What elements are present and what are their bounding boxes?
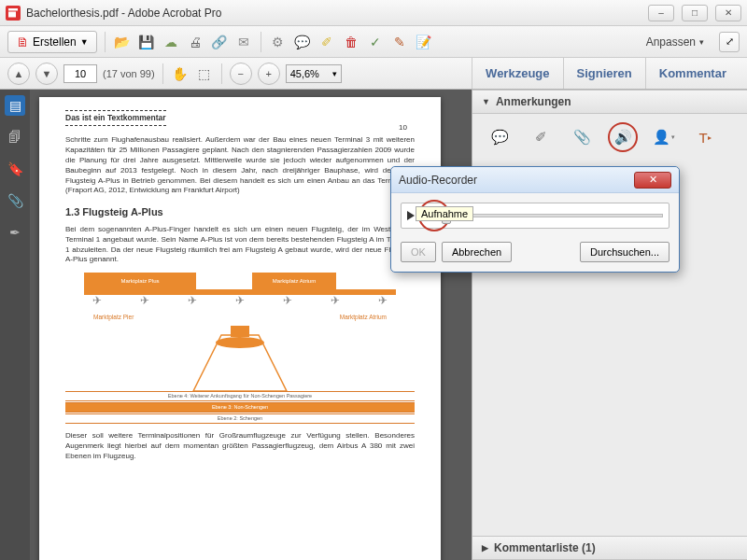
playback-slider[interactable] bbox=[441, 214, 663, 217]
app-icon bbox=[6, 6, 21, 21]
close-button[interactable]: ✕ bbox=[715, 5, 741, 21]
window-title: Bachelorthesis.pdf - Adobe Acrobat Pro bbox=[26, 7, 221, 20]
airplane-icon: ✈ bbox=[378, 293, 388, 308]
terminal-diagram: Marktplatz Plus Marktplatz Atrium ✈ ✈ ✈ … bbox=[65, 273, 415, 424]
window-titlebar: Bachelorthesis.pdf - Adobe Acrobat Pro –… bbox=[0, 0, 747, 26]
body-paragraph: Bei dem sogenannten A-Plus-Finger handel… bbox=[65, 225, 415, 265]
note-icon[interactable]: 💬 bbox=[293, 33, 312, 51]
edit-icon[interactable]: 📝 bbox=[415, 33, 433, 51]
section-heading: 1.3 Flugsteig A-Plus bbox=[65, 205, 415, 219]
dia-band-e3: Ebene 3: Non-Schengen bbox=[65, 402, 415, 413]
chevron-down-icon: ▼ bbox=[80, 37, 89, 47]
bookmarks-icon[interactable]: 🔖 bbox=[5, 159, 25, 179]
zoom-in-button[interactable]: + bbox=[258, 63, 280, 85]
document-viewport[interactable]: 10 Das ist ein Textkommentar Schritte zu… bbox=[30, 90, 472, 560]
attach-file-icon[interactable]: 📎 bbox=[571, 127, 592, 147]
comments-panel: ▼ Anmerkungen 💬 ✐ 📎 🔊 👤▾ T▸ T± ▶ Komment… bbox=[472, 90, 747, 560]
share-icon[interactable]: 🔗 bbox=[210, 33, 229, 51]
record-audio-icon[interactable]: 🔊 bbox=[613, 127, 633, 147]
dia-band-e4: Ebene 4: Weiterer Ankunftsgang für Non-S… bbox=[65, 391, 415, 401]
pdf-icon: 🗎 bbox=[16, 35, 29, 49]
thumbnails-icon[interactable]: ▤ bbox=[5, 95, 25, 116]
create-label: Erstellen bbox=[33, 35, 77, 49]
insert-text-icon[interactable]: T▸ bbox=[695, 127, 715, 147]
annotations-header[interactable]: ▼ Anmerkungen bbox=[472, 90, 747, 114]
chevron-down-icon: ▼ bbox=[482, 97, 490, 106]
mail-icon[interactable]: ✉ bbox=[234, 33, 253, 51]
stamp-icon[interactable]: ✓ bbox=[366, 33, 385, 51]
customize-label: Anpassen bbox=[646, 35, 696, 49]
airplane-icon: ✈ bbox=[283, 293, 292, 308]
dialog-title: Audio-Recorder bbox=[399, 174, 477, 187]
select-tool-icon[interactable]: ⬚ bbox=[195, 64, 214, 83]
play-button[interactable] bbox=[407, 211, 415, 220]
zoom-value: 45,6% bbox=[290, 68, 319, 79]
page-number-text: 10 bbox=[399, 123, 407, 133]
audio-recorder-dialog: Audio-Recorder ✕ Aufnahme OK Abbrechen D… bbox=[390, 166, 680, 273]
create-button[interactable]: 🗎 Erstellen ▼ bbox=[7, 31, 97, 53]
hand-tool-icon[interactable]: ✋ bbox=[171, 64, 190, 83]
dialog-close-button[interactable]: ✕ bbox=[634, 172, 671, 189]
airplane-icon: ✈ bbox=[92, 293, 102, 308]
ok-button[interactable]: OK bbox=[401, 242, 436, 262]
fullscreen-button[interactable]: ⤢ bbox=[719, 32, 740, 52]
highlight-text-icon[interactable]: ✐ bbox=[530, 127, 551, 147]
chevron-down-icon: ▾ bbox=[699, 37, 704, 47]
tab-comment[interactable]: Kommentar bbox=[645, 58, 740, 89]
highlight-icon[interactable]: ✐ bbox=[317, 33, 336, 51]
browse-button[interactable]: Durchsuchen... bbox=[580, 242, 669, 262]
commentlist-label: Kommentarliste (1) bbox=[494, 541, 596, 554]
page-number-input[interactable] bbox=[63, 64, 97, 83]
airplane-icon: ✈ bbox=[235, 293, 245, 308]
save-icon[interactable]: 💾 bbox=[137, 33, 156, 51]
left-nav-strip: ▤ 🗐 🔖 📎 ✒ bbox=[0, 90, 30, 560]
maximize-button[interactable]: □ bbox=[682, 5, 708, 21]
dia-block-mp-atrium: Marktplatz Atrium bbox=[252, 273, 336, 289]
dia-label-pier: Marktplatz Pier bbox=[93, 314, 134, 322]
tab-tools[interactable]: Werkzeuge bbox=[472, 58, 562, 89]
nav-toolbar: ▲ ▼ (17 von 99) ✋ ⬚ − + 45,6% ▾ Werkzeug… bbox=[0, 58, 747, 90]
customize-button[interactable]: Anpassen ▾ bbox=[646, 35, 704, 49]
body-paragraph: Schritte zum Flughafenausbau realisiert.… bbox=[65, 135, 415, 196]
airplane-icon: ✈ bbox=[188, 293, 197, 308]
page-up-button[interactable]: ▲ bbox=[7, 63, 30, 85]
dialog-titlebar[interactable]: Audio-Recorder ✕ bbox=[391, 167, 679, 193]
highlight-ring bbox=[608, 122, 638, 152]
open-icon[interactable]: 📂 bbox=[113, 33, 132, 51]
dia-band-e2: Ebene 2: Schengen bbox=[65, 413, 415, 424]
svg-rect-1 bbox=[231, 326, 249, 337]
minimize-button[interactable]: – bbox=[648, 5, 674, 21]
print-icon[interactable]: 🖨 bbox=[186, 33, 204, 51]
zoom-out-button[interactable]: − bbox=[230, 63, 252, 85]
cloud-up-icon[interactable]: ☁ bbox=[162, 33, 180, 51]
stamp-icon[interactable]: 👤▾ bbox=[654, 127, 674, 147]
main-toolbar: 🗎 Erstellen ▼ 📂 💾 ☁ 🖨 🔗 ✉ ⚙ 💬 ✐ 🗑 ✓ ✎ 📝 … bbox=[0, 26, 747, 58]
chevron-down-icon: ▾ bbox=[332, 69, 337, 78]
airplane-icon: ✈ bbox=[140, 293, 149, 308]
commentlist-header[interactable]: ▶ Kommentarliste (1) bbox=[472, 536, 747, 560]
zoom-field[interactable]: 45,6% ▾ bbox=[286, 64, 342, 83]
tab-sign[interactable]: Signieren bbox=[563, 58, 645, 89]
attachments-icon[interactable]: 📎 bbox=[5, 190, 25, 211]
pdf-page: 10 Das ist ein Textkommentar Schritte zu… bbox=[39, 97, 441, 560]
dia-block-mp-plus: Marktplatz Plus bbox=[84, 273, 196, 289]
chevron-right-icon: ▶ bbox=[482, 543, 488, 553]
page-count-label: (17 von 99) bbox=[103, 68, 155, 79]
dia-label-atrium: Marktplatz Atrium bbox=[340, 314, 387, 322]
record-tooltip: Aufnahme bbox=[416, 206, 473, 221]
text-comment-marker[interactable]: Das ist ein Textkommentar bbox=[65, 110, 166, 126]
sticky-note-icon[interactable]: 💬 bbox=[489, 127, 510, 147]
sign-icon[interactable]: ✎ bbox=[390, 33, 409, 51]
annotations-label: Anmerkungen bbox=[496, 95, 571, 108]
signatures-icon[interactable]: ✒ bbox=[5, 222, 25, 243]
page-down-button[interactable]: ▼ bbox=[35, 63, 58, 85]
cancel-button[interactable]: Abbrechen bbox=[442, 242, 512, 262]
svg-point-0 bbox=[216, 337, 264, 348]
pages-icon[interactable]: 🗐 bbox=[5, 127, 25, 147]
body-paragraph: Dieser soll weitere Terminalpositionen f… bbox=[65, 431, 415, 461]
delete-icon[interactable]: 🗑 bbox=[342, 33, 360, 51]
gear-icon[interactable]: ⚙ bbox=[269, 33, 288, 51]
airplane-icon: ✈ bbox=[331, 293, 340, 308]
dia-tower bbox=[184, 326, 296, 391]
